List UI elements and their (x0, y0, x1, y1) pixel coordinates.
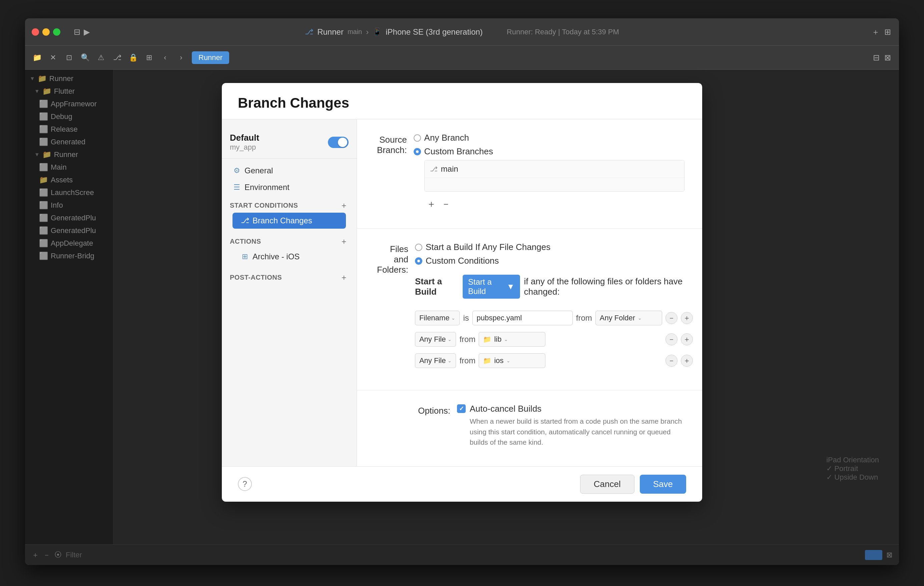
titlebar-branch: main (348, 28, 362, 36)
forward-icon[interactable]: › (176, 52, 186, 63)
dropdown-label: Start a Build (468, 277, 504, 296)
panel-left-icon[interactable]: ⊟ (873, 53, 879, 63)
remove-condition-1-button[interactable]: － (665, 312, 678, 324)
warning-icon[interactable]: ⚠ (96, 52, 106, 63)
search-icon[interactable]: 🔍 (80, 52, 91, 63)
source-branch-section: Source Branch: Any Branch (357, 119, 702, 229)
add-action-button[interactable]: ＋ (339, 237, 348, 246)
grid-icon[interactable]: ⊞ (144, 52, 154, 63)
sidebar-archive-label: Archive - iOS (252, 252, 300, 261)
files-row: Files and Folders: Start a Build If Any … (377, 242, 682, 371)
auto-cancel-row: ✓ Auto-cancel Builds When a newer build … (457, 404, 682, 448)
help-button[interactable]: ? (238, 477, 252, 491)
sidebar-item-general[interactable]: ⚙ General (224, 163, 354, 179)
sidebar-toggle-icon[interactable]: ⊟ (74, 27, 81, 37)
titlebar-app-name: Runner (317, 27, 343, 37)
default-subtitle: my_app (230, 143, 259, 151)
any-file-select-3[interactable]: Any File ⌄ (415, 353, 456, 368)
branch-item-empty (425, 178, 684, 191)
sidebar-item-branch-changes[interactable]: ⎇ Branch Changes (233, 213, 346, 229)
start-conditions-label: Start Conditions (230, 202, 298, 209)
start-build-dropdown[interactable]: Start a Build ▼ (463, 275, 520, 299)
from-label-1: from (576, 313, 592, 323)
add-condition-1-button[interactable]: ＋ (681, 312, 693, 324)
git-icon[interactable]: ⎇ (112, 52, 122, 63)
chevron-right-icon: › (366, 27, 369, 37)
maximize-button[interactable] (53, 28, 60, 36)
chevron-icon: ⌄ (507, 358, 510, 363)
remove-branch-button[interactable]: － (440, 198, 452, 210)
remove-condition-3-button[interactable]: － (665, 355, 678, 367)
play-button[interactable]: ▶ (84, 27, 90, 37)
ios-folder-select[interactable]: 📁 ios ⌄ (478, 353, 545, 368)
save-button[interactable]: Save (640, 475, 686, 494)
branch-item-label: main (441, 165, 458, 174)
sidebar-item-environment[interactable]: ☰ Environment (224, 179, 354, 195)
cancel-button[interactable]: Cancel (580, 475, 634, 494)
filename-input[interactable] (472, 311, 573, 325)
branch-item-main: ⎇ main (425, 160, 684, 178)
panel-right-icon[interactable]: ⊠ (884, 53, 891, 63)
any-branch-radio[interactable] (414, 134, 421, 142)
panel-toggle-icon[interactable]: ⊞ (884, 27, 891, 37)
any-branch-option[interactable]: Any Branch (414, 133, 685, 143)
traffic-lights (32, 28, 60, 36)
archive-icon: ⊞ (241, 252, 249, 261)
layout-icon[interactable]: ⊡ (64, 52, 74, 63)
actions-section-header: Actions ＋ (230, 237, 348, 246)
chevron-icon: ⌄ (638, 315, 642, 321)
sidebar-item-archive-ios[interactable]: ⊞ Archive - iOS (233, 249, 346, 265)
titlebar: ⊟ ▶ ⎇ Runner main › 📱 iPhone SE (3rd gen… (25, 18, 899, 46)
any-folder-select[interactable]: Any Folder ⌄ (596, 311, 662, 325)
minimize-button[interactable] (42, 28, 50, 36)
ios-folder-label: ios (494, 356, 503, 365)
branch-item-icon: ⎇ (430, 165, 438, 173)
lib-folder-select[interactable]: 📁 lib ⌄ (478, 332, 545, 347)
branch-changes-modal: Branch Changes Default my_app (222, 83, 702, 502)
custom-conditions-label: Custom Conditions (426, 256, 499, 266)
files-controls: Start a Build If Any File Changes Custom… (415, 242, 693, 371)
modal-content-area: Source Branch: Any Branch (357, 119, 702, 466)
custom-conditions-radio[interactable] (415, 257, 422, 265)
from-label-3: from (459, 356, 475, 365)
add-branch-button[interactable]: ＋ (426, 198, 437, 210)
sidebar-branch-changes-label: Branch Changes (252, 216, 312, 226)
close-button[interactable] (32, 28, 39, 36)
add-condition-3-button[interactable]: ＋ (681, 355, 693, 367)
custom-branches-radio[interactable] (414, 148, 421, 155)
custom-branches-label: Custom Branches (424, 146, 493, 157)
add-post-action-button[interactable]: ＋ (339, 273, 348, 282)
folder-icon[interactable]: 📁 (32, 52, 42, 63)
branch-icon: ⎇ (241, 216, 249, 225)
add-start-condition-button[interactable]: ＋ (339, 201, 348, 210)
any-file-changes-option[interactable]: Start a Build If Any File Changes (415, 242, 693, 252)
post-actions-section-header: Post-Actions ＋ (230, 273, 348, 282)
lib-folder-label: lib (494, 335, 502, 344)
default-info: Default my_app (230, 133, 259, 151)
source-branch-controls: Any Branch Custom Branches (414, 133, 685, 210)
chevron-icon: ⌄ (504, 337, 508, 342)
sidebar-general-label: General (244, 166, 273, 175)
close-icon[interactable]: ✕ (48, 52, 58, 63)
post-actions-section: Post-Actions ＋ (222, 268, 356, 287)
back-icon[interactable]: ‹ (160, 52, 170, 63)
auto-cancel-label: Auto-cancel Builds (470, 404, 682, 414)
custom-conditions-option[interactable]: Custom Conditions (415, 256, 693, 266)
filename-select[interactable]: Filename ⌄ (415, 311, 460, 325)
runner-tab[interactable]: Runner (192, 51, 229, 64)
custom-branches-option[interactable]: Custom Branches (414, 146, 685, 157)
remove-condition-2-button[interactable]: － (665, 333, 678, 345)
start-build-label: Start a Build (415, 277, 459, 297)
files-folders-section: Files and Folders: Start a Build If Any … (357, 229, 702, 390)
options-label: Options: (377, 404, 457, 416)
modal-header: Branch Changes (222, 83, 702, 119)
lock-icon[interactable]: 🔒 (128, 52, 139, 63)
add-icon[interactable]: ＋ (872, 27, 879, 37)
add-condition-2-button[interactable]: ＋ (681, 333, 693, 345)
main-window: ⊟ ▶ ⎇ Runner main › 📱 iPhone SE (3rd gen… (25, 18, 899, 565)
auto-cancel-checkbox[interactable]: ✓ (457, 404, 466, 413)
any-file-select-2[interactable]: Any File ⌄ (415, 332, 456, 347)
any-file-radio[interactable] (415, 244, 422, 251)
sidebar-environment-label: Environment (244, 183, 290, 192)
default-toggle[interactable] (328, 137, 348, 148)
